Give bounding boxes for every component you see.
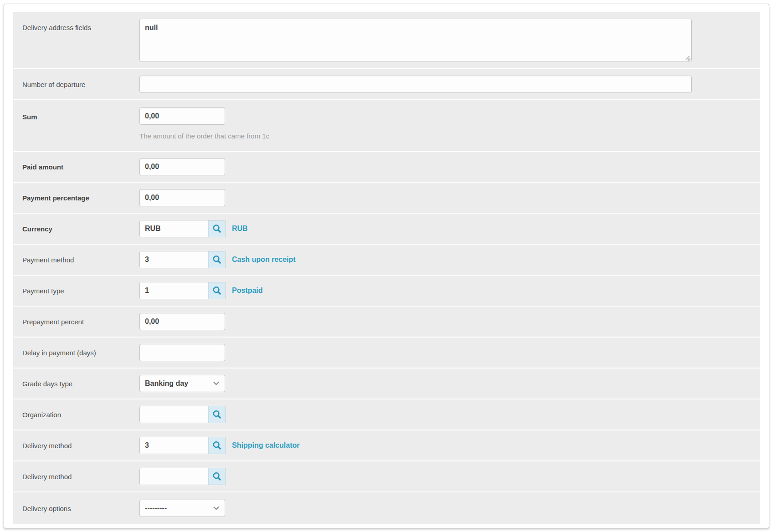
form-row-paid-amount: Paid amount (13, 152, 760, 182)
field-label-delivery-method: Delivery method (22, 441, 139, 450)
search-icon (212, 255, 222, 265)
delivery-method-2-lookup (139, 468, 226, 485)
paid-amount-input[interactable] (139, 158, 225, 175)
search-icon (212, 440, 222, 451)
field-control-prepayment-percent (139, 313, 225, 330)
number-of-departure-input[interactable] (139, 76, 692, 93)
field-label-delay-in-payment-days: Delay in payment (days) (22, 348, 139, 357)
form-row-organization: Organization (13, 399, 760, 430)
delivery-method-input[interactable] (140, 437, 208, 454)
field-label-delivery-options: Delivery options (22, 504, 139, 513)
field-label-currency: Currency (22, 225, 139, 233)
search-icon (212, 471, 222, 482)
delivery-method-related-link[interactable]: Shipping calculator (232, 441, 299, 450)
form-row-number-of-departure: Number of departure (13, 69, 760, 99)
payment-type-related-link[interactable]: Postpaid (232, 286, 263, 295)
payment-method-related-link[interactable]: Cash upon receipt (232, 256, 296, 264)
organization-input[interactable] (140, 406, 208, 423)
form-row-delivery-options: Delivery options--------- (13, 492, 760, 524)
field-control-delivery-method-2 (139, 468, 226, 485)
field-control-number-of-departure (139, 76, 692, 93)
search-icon (212, 409, 222, 420)
sum-input[interactable] (139, 107, 225, 125)
order-form: Delivery address fieldsnullNumber of dep… (13, 12, 760, 524)
field-label-sum: Sum (22, 107, 139, 121)
form-row-delay-in-payment-days: Delay in payment (days) (13, 338, 760, 368)
currency-input[interactable] (140, 220, 208, 237)
delay-in-payment-days-input[interactable] (139, 344, 225, 361)
field-control-sum: The amount of the order that came from 1… (139, 107, 269, 140)
form-row-sum: SumThe amount of the order that came fro… (13, 100, 760, 151)
field-label-paid-amount: Paid amount (22, 163, 139, 171)
grade-days-type-select[interactable]: Banking day (139, 375, 225, 392)
field-label-number-of-departure: Number of departure (22, 80, 139, 89)
field-label-delivery-address-fields: Delivery address fields (22, 19, 139, 32)
field-label-organization: Organization (22, 410, 139, 419)
form-row-delivery-method: Delivery methodShipping calculator (13, 430, 760, 460)
search-icon (212, 286, 222, 296)
delivery-method-search-button[interactable] (208, 437, 226, 454)
field-control-currency: RUB (139, 220, 248, 237)
chevron-down-icon (213, 506, 219, 510)
field-control-grade-days-type: Banking day (139, 375, 225, 392)
search-icon (212, 224, 222, 234)
form-page: { "colors": { "accent": "#2d9dc2", "row_… (0, 0, 771, 532)
delivery-method-lookup (139, 437, 226, 454)
field-label-payment-percentage: Payment percentage (22, 194, 139, 202)
currency-lookup (139, 220, 226, 237)
form-row-prepayment-percent: Prepayment percent (13, 307, 760, 337)
form-row-delivery-address-fields: Delivery address fieldsnull (13, 12, 760, 68)
textarea-wrap: null (139, 19, 692, 62)
field-control-paid-amount (139, 158, 225, 175)
field-control-payment-type: Postpaid (139, 282, 263, 299)
field-label-payment-method: Payment method (22, 256, 139, 264)
delivery-method-2-input[interactable] (140, 468, 208, 485)
chevron-down-icon (213, 382, 219, 385)
delivery-options-select-value: --------- (145, 504, 167, 512)
organization-search-button[interactable] (208, 406, 226, 423)
grade-days-type-select-value: Banking day (145, 379, 188, 388)
field-label-delivery-method-2: Delivery method (22, 472, 139, 481)
sum-help-text: The amount of the order that came from 1… (139, 132, 269, 140)
form-row-payment-percentage: Payment percentage (13, 183, 760, 213)
field-label-prepayment-percent: Prepayment percent (22, 317, 139, 326)
organization-lookup (139, 406, 226, 423)
payment-percentage-input[interactable] (139, 189, 225, 206)
field-control-organization (139, 406, 226, 423)
delivery-address-fields-textarea[interactable]: null (139, 19, 692, 62)
field-control-payment-method: Cash upon receipt (139, 251, 296, 268)
field-control-delay-in-payment-days (139, 344, 225, 361)
delivery-method-2-search-button[interactable] (208, 468, 226, 485)
field-label-payment-type: Payment type (22, 286, 139, 295)
form-panel: Delivery address fieldsnullNumber of dep… (4, 4, 769, 528)
field-control-payment-percentage (139, 189, 225, 206)
field-control-delivery-method: Shipping calculator (139, 437, 299, 454)
payment-type-lookup (139, 282, 226, 299)
prepayment-percent-input[interactable] (139, 313, 225, 330)
field-label-grade-days-type: Grade days type (22, 379, 139, 388)
form-row-payment-method: Payment methodCash upon receipt (13, 245, 760, 275)
payment-type-search-button[interactable] (208, 282, 226, 299)
field-control-delivery-options: --------- (139, 500, 225, 517)
currency-related-link[interactable]: RUB (232, 225, 248, 233)
form-row-currency: CurrencyRUB (13, 214, 760, 244)
form-row-grade-days-type: Grade days typeBanking day (13, 368, 760, 399)
delivery-options-select[interactable]: --------- (139, 500, 225, 517)
payment-method-lookup (139, 251, 226, 268)
field-control-delivery-address-fields: null (139, 19, 692, 62)
payment-method-search-button[interactable] (208, 251, 226, 268)
currency-search-button[interactable] (208, 220, 226, 237)
payment-method-input[interactable] (140, 251, 208, 268)
form-row-payment-type: Payment typePostpaid (13, 276, 760, 306)
payment-type-input[interactable] (140, 282, 208, 299)
form-row-delivery-method-2: Delivery method (13, 461, 760, 491)
